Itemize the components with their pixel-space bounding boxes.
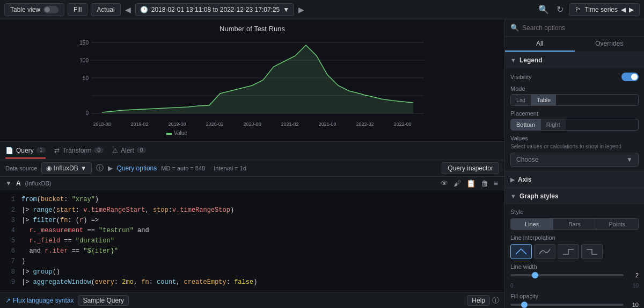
- table-view-label: Table view: [10, 6, 40, 13]
- legend-section-body: Visibility Mode List Table Placement Bot…: [505, 68, 644, 171]
- query-block-header: ▼ A (InfluxDB) 👁 🖌 📋 🗑 ≡: [0, 177, 504, 190]
- svg-text:2020-08: 2020-08: [243, 121, 261, 127]
- panel-tab-all[interactable]: All: [505, 37, 575, 52]
- code-line-3: 3 |> filter(fn: (r) =>: [6, 216, 498, 226]
- svg-marker-18: [102, 45, 413, 113]
- mode-group: List Table: [510, 94, 639, 106]
- line-width-value: 2: [628, 272, 639, 278]
- legend-section-header[interactable]: ▼ Legend: [505, 52, 644, 68]
- placement-bottom-button[interactable]: Bottom: [511, 119, 541, 130]
- query-delete-button[interactable]: 🗑: [480, 179, 489, 188]
- interp-linear-button[interactable]: [510, 244, 532, 259]
- tab-query[interactable]: 📄 Query 1: [5, 144, 46, 159]
- axis-chevron: ▶: [510, 176, 515, 183]
- mode-label: Mode: [510, 85, 639, 92]
- time-range-picker[interactable]: 🕐 2018-02-01 13:11:08 to 2022-12-23 17:0…: [135, 3, 294, 16]
- graph-styles-body: Style Lines Bars Points Line interpolati…: [505, 204, 644, 308]
- table-view-toggle[interactable]: [43, 6, 58, 13]
- values-label: Values: [510, 135, 639, 141]
- time-series-button[interactable]: 🏳 Time series ◀ ▶: [569, 3, 640, 16]
- influxdb-icon: ◉: [46, 164, 52, 172]
- help-info-icon[interactable]: ⓘ: [492, 296, 499, 305]
- svg-text:2021-08: 2021-08: [318, 121, 336, 127]
- datasource-info-icon[interactable]: ⓘ: [96, 163, 104, 173]
- actual-button[interactable]: Actual: [91, 3, 120, 16]
- flux-syntax-link[interactable]: ↗ Flux language syntax: [5, 297, 74, 304]
- collapse-button[interactable]: ▼: [5, 180, 12, 187]
- code-editor[interactable]: 1 from(bucket: "xray") 2 |> range(start:…: [0, 190, 504, 292]
- tab-alert[interactable]: ⚠ Alert 0: [112, 144, 146, 159]
- datasource-chevron: ▼: [80, 164, 87, 172]
- panel-tab-overrides[interactable]: Overrides: [575, 37, 645, 52]
- query-hide-button[interactable]: 👁: [440, 179, 449, 188]
- values-desc: Select values or calculations to show in…: [510, 144, 639, 149]
- sample-query-button[interactable]: Sample Query: [78, 295, 129, 306]
- graph-styles-title: Graph styles: [519, 192, 559, 200]
- bottom-bar: ↗ Flux language syntax Sample Query Help…: [0, 292, 504, 308]
- fill-opacity-slider[interactable]: [510, 304, 624, 306]
- external-link-icon: ↗: [5, 297, 11, 304]
- visibility-toggle[interactable]: [621, 73, 639, 81]
- time-series-chevron-right: ▶: [629, 6, 634, 13]
- time-series-chevron-left: ◀: [621, 6, 626, 13]
- fill-button[interactable]: Fill: [68, 3, 87, 16]
- svg-text:2021-02: 2021-02: [281, 121, 298, 127]
- fill-opacity-label: Fill opacity: [510, 293, 639, 299]
- line-width-row: Line width 2 0 10: [510, 263, 639, 289]
- line-width-range-labels: 0 10: [510, 283, 639, 289]
- time-icon: 🕐: [140, 6, 148, 13]
- next-time-button[interactable]: ▶: [297, 5, 305, 14]
- search-input[interactable]: [522, 24, 639, 32]
- table-view-button[interactable]: Table view: [4, 3, 64, 16]
- line-width-slider[interactable]: [510, 274, 624, 276]
- time-range-chevron: ▼: [283, 6, 289, 13]
- database-icon: 📄: [5, 147, 13, 154]
- chart-title: Number of Test Runs: [5, 25, 499, 33]
- svg-text:50: 50: [83, 75, 89, 81]
- interp-step-before-button[interactable]: [558, 244, 579, 259]
- legend-section: ▼ Legend Visibility Mode List Table: [505, 52, 644, 171]
- query-options-button[interactable]: Query options: [117, 164, 157, 172]
- style-lines-button[interactable]: Lines: [511, 219, 553, 230]
- code-line-1: 1 from(bucket: "xray"): [6, 195, 498, 205]
- query-copy-button[interactable]: 📋: [465, 179, 477, 188]
- query-inspector-button[interactable]: Query inspector: [442, 162, 499, 174]
- code-line-5: 5 r._field == "duration": [6, 236, 498, 246]
- help-button[interactable]: Help: [467, 295, 490, 306]
- query-badge: 1: [36, 147, 46, 153]
- transform-badge: 0: [94, 147, 104, 153]
- prev-time-button[interactable]: ◀: [124, 5, 132, 14]
- placement-group: Bottom Right: [510, 119, 639, 131]
- legend-mode-row: Mode List Table: [510, 85, 639, 106]
- search-icon: 🔍: [510, 24, 519, 32]
- main-content: Number of Test Runs 150 100 50 0 2018-08: [0, 19, 644, 308]
- query-rename-button[interactable]: 🖌: [452, 179, 462, 188]
- interp-step-after-button[interactable]: [581, 244, 603, 259]
- refresh-button[interactable]: ↻: [554, 4, 566, 15]
- code-line-6: 6 and r.iter == "${iter}": [6, 246, 498, 256]
- datasource-button[interactable]: ◉ InfluxDB ▼: [41, 162, 91, 174]
- legend-chevron: ▼: [510, 57, 516, 63]
- flag-icon: 🏳: [575, 6, 581, 13]
- placement-right-button[interactable]: Right: [541, 119, 566, 130]
- style-points-button[interactable]: Points: [596, 219, 638, 230]
- axis-section-header[interactable]: ▶ Axis: [505, 171, 644, 188]
- query-drag-button[interactable]: ≡: [493, 179, 499, 188]
- axis-section: ▶ Axis: [505, 171, 644, 188]
- chart-svg: 150 100 50 0 2018-08 2019-02 2019-08 202…: [5, 37, 499, 145]
- choose-dropdown[interactable]: Choose ▼: [510, 153, 639, 167]
- mode-list-button[interactable]: List: [511, 95, 531, 105]
- query-block: ▼ A (InfluxDB) 👁 🖌 📋 🗑 ≡ 1 from(bucket: …: [0, 176, 504, 292]
- tab-transform[interactable]: ⇄ Transform 0: [54, 144, 104, 159]
- svg-text:2022-02: 2022-02: [356, 121, 374, 127]
- interp-smooth-button[interactable]: [534, 244, 555, 259]
- style-bars-button[interactable]: Bars: [553, 219, 596, 230]
- mode-table-button[interactable]: Table: [531, 95, 556, 105]
- expand-icon[interactable]: ▶: [108, 164, 113, 172]
- values-section: Values Select values or calculations to …: [510, 135, 639, 167]
- svg-text:2019-08: 2019-08: [168, 121, 186, 127]
- zoom-out-button[interactable]: 🔍: [536, 4, 551, 15]
- graph-styles-header[interactable]: ▼ Graph styles: [505, 188, 644, 204]
- query-block-label: A: [16, 180, 21, 187]
- chart-container: 150 100 50 0 2018-08 2019-02 2019-08 202…: [5, 37, 499, 145]
